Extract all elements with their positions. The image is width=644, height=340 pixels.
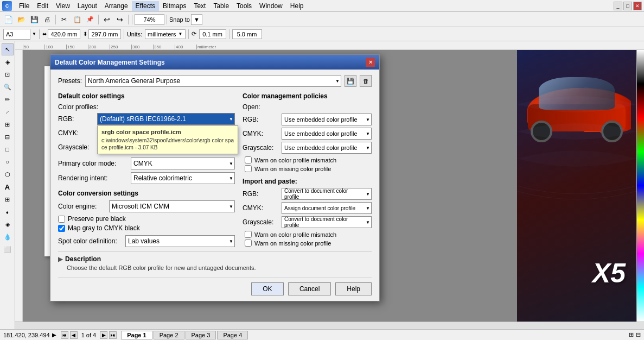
page-count: 1 of 4 — [81, 332, 97, 338]
page-size-select[interactable]: A3 — [3, 29, 30, 40]
connector-tool[interactable]: ⊟ — [2, 131, 14, 143]
menu-file[interactable]: File — [15, 1, 33, 11]
text-tool[interactable]: A — [2, 181, 14, 193]
engine-select[interactable]: Microsoft ICM CMM — [109, 200, 235, 212]
imp-rgb-select[interactable]: Convert to document color profile — [282, 188, 372, 200]
open-cmyk-label: CMYK: — [243, 130, 279, 137]
scrollbar-horizontal[interactable] — [15, 322, 644, 329]
status-coordinates: 181.420, 239.494 — [3, 332, 50, 338]
eyedropper-tool[interactable]: 💧 — [2, 231, 14, 243]
menu-text[interactable]: Text — [190, 1, 209, 11]
position-field[interactable]: 5.0 mm — [232, 29, 262, 39]
cut-btn[interactable]: ✂ — [58, 14, 70, 26]
menu-arrange[interactable]: Arrange — [101, 1, 132, 11]
open-label: Open: — [243, 103, 372, 111]
dropdown-tooltip: srgb color space profile.icm c:\windows\… — [97, 125, 238, 154]
rendering-select[interactable]: Relative colorimetric — [131, 172, 235, 184]
open-gray-select[interactable]: Use embedded color profile — [282, 142, 372, 154]
imp-warn-mismatch[interactable] — [245, 231, 252, 238]
presets-select[interactable]: North America General Purpose — [85, 75, 341, 87]
spot-select[interactable]: Lab values — [125, 235, 235, 247]
page-tab-4[interactable]: Page 4 — [217, 331, 248, 339]
page-tab-2[interactable]: Page 2 — [154, 331, 184, 339]
dimension-tool[interactable]: ⊞ — [2, 118, 14, 130]
help-button[interactable]: Help — [335, 282, 372, 295]
presets-label: Presets: — [58, 77, 82, 85]
paste-btn[interactable]: 📌 — [84, 14, 96, 26]
rect-tool[interactable]: □ — [2, 143, 14, 155]
menu-help[interactable]: Help — [286, 1, 308, 11]
zoom-container[interactable]: 74% — [135, 14, 164, 25]
imp-warn-missing[interactable] — [245, 240, 252, 247]
open-cmyk-select[interactable]: Use embedded color profile — [282, 128, 372, 140]
next-page-btn[interactable]: ▶ — [100, 331, 107, 339]
open-rgb-select[interactable]: Use embedded color profile — [282, 114, 372, 125]
freehand-tool[interactable]: ✏ — [2, 93, 14, 105]
menu-window[interactable]: Window — [256, 1, 286, 11]
dialog-close-btn[interactable]: ✕ — [366, 58, 375, 67]
minimize-btn[interactable]: _ — [614, 2, 622, 10]
crop-tool[interactable]: ⊡ — [2, 68, 14, 80]
interactive-fill[interactable]: ◈ — [2, 218, 14, 230]
desc-arrow-icon[interactable]: ▶ — [58, 255, 63, 263]
copy-btn[interactable]: 📋 — [71, 14, 83, 26]
menu-table[interactable]: Table — [209, 1, 233, 11]
menu-edit[interactable]: Edit — [33, 1, 52, 11]
open-warn-missing[interactable] — [245, 165, 252, 172]
gray-profile-label: Grayscale: — [58, 143, 95, 151]
snap-dropdown[interactable]: ▼ — [191, 14, 202, 25]
zoom-tool[interactable]: 🔍 — [2, 81, 14, 93]
poly-tool[interactable]: ⬡ — [2, 168, 14, 180]
presets-delete-btn[interactable]: 🗑 — [360, 75, 372, 87]
tooltip-title: srgb color space profile.icm — [101, 129, 234, 135]
menu-tools[interactable]: Tools — [233, 1, 256, 11]
select-tool[interactable]: ↖ — [2, 43, 14, 55]
ok-button[interactable]: OK — [251, 282, 284, 295]
smart-draw-tool[interactable]: ⟋ — [2, 106, 14, 118]
close-btn[interactable]: ✕ — [633, 2, 642, 10]
redo-btn[interactable]: ↪ — [114, 14, 126, 26]
open-warn-mismatch[interactable] — [245, 156, 252, 163]
primary-mode-select[interactable]: CMYK — [131, 158, 235, 169]
ruler-vertical — [15, 50, 23, 322]
imp-rgb-label: RGB: — [243, 190, 279, 198]
imp-gray-select[interactable]: Convert to document color profile — [282, 216, 372, 228]
menu-bitmaps[interactable]: Bitmaps — [159, 1, 190, 11]
shape-tool[interactable]: ◈ — [2, 56, 14, 68]
prev-page-start-btn[interactable]: ⏮ — [61, 331, 68, 339]
policies-label: Color management policies — [243, 92, 372, 100]
open-btn[interactable]: 📂 — [15, 14, 27, 26]
map-gray-label: Map gray to CMYK black — [68, 224, 140, 232]
cancel-button[interactable]: Cancel — [288, 282, 331, 295]
menu-layout[interactable]: Layout — [74, 1, 101, 11]
height-field[interactable]: 297.0 mm — [88, 29, 121, 39]
maximize-btn[interactable]: □ — [623, 2, 632, 10]
new-btn[interactable]: 📄 — [2, 14, 14, 26]
status-icons: ⊞ ⊟ — [629, 331, 641, 338]
table-tool[interactable]: ⊞ — [2, 193, 14, 205]
prev-page-btn[interactable]: ◀ — [70, 331, 78, 339]
fill-tool[interactable]: ⬧ — [2, 206, 14, 218]
undo-btn[interactable]: ↩ — [101, 14, 113, 26]
units-select[interactable]: millimeters▼ — [145, 29, 185, 39]
page-tab-1[interactable]: Page 1 — [121, 331, 152, 339]
presets-save-btn[interactable]: 💾 — [345, 75, 356, 87]
map-gray-check[interactable] — [58, 225, 65, 232]
width-field[interactable]: 420.0 mm — [48, 29, 80, 39]
page-size-dropdown-icon[interactable]: ▼ — [32, 32, 36, 36]
outline-tool[interactable]: ⬜ — [2, 243, 14, 255]
page-tab-3[interactable]: Page 3 — [186, 331, 216, 339]
save-btn[interactable]: 💾 — [28, 14, 40, 26]
nudge-field[interactable]: 0.1 mm — [199, 29, 226, 39]
rendering-label: Rendering intent: — [58, 174, 129, 182]
preserve-black-check[interactable] — [58, 216, 65, 223]
rgb-profile-select[interactable]: (Default) sRGB IEC61966-2.1 — [97, 113, 235, 125]
imp-cmyk-select[interactable]: Assign document color profile — [282, 202, 372, 214]
ellipse-tool[interactable]: ○ — [2, 156, 14, 168]
imp-warn-mismatch-label: Warn on color profile mismatch — [254, 231, 336, 238]
print-btn[interactable]: 🖨 — [41, 14, 53, 26]
next-page-end-btn[interactable]: ⏭ — [109, 331, 117, 339]
menu-effects[interactable]: Effects — [132, 1, 159, 11]
open-rgb-label: RGB: — [243, 116, 279, 123]
menu-view[interactable]: View — [52, 1, 74, 11]
